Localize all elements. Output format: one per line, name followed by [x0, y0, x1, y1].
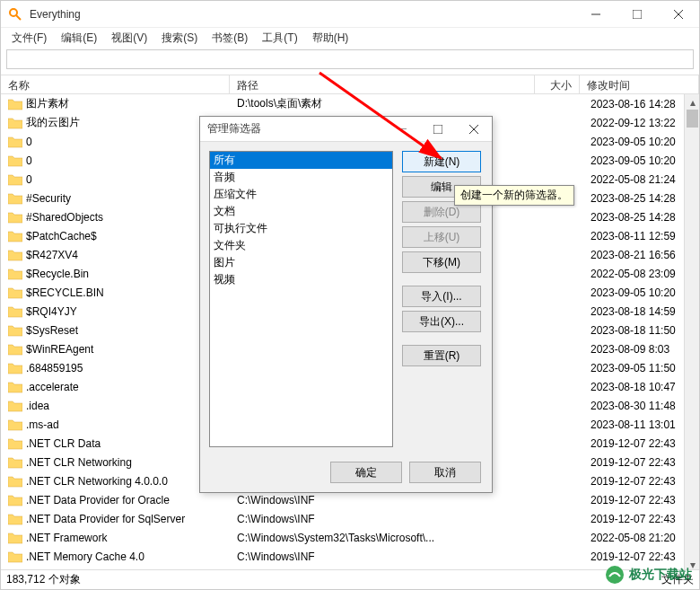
export-button[interactable]: 导出(X)... — [402, 311, 481, 332]
cell-date: 2019-12-07 22:43 — [580, 513, 699, 525]
cell-date: 2022-05-08 23:09 — [580, 268, 699, 280]
watermark-text: 极光下载站 — [629, 567, 692, 583]
search-bar — [6, 49, 694, 71]
reset-button[interactable]: 重置(R) — [402, 345, 481, 366]
cancel-button[interactable]: 取消 — [409, 462, 481, 483]
cell-name: $RECYCLE.BIN — [1, 286, 230, 299]
menu-item-2[interactable]: 视图(V) — [104, 29, 154, 48]
cell-name: 0 — [1, 136, 230, 148]
ok-button[interactable]: 确定 — [330, 462, 402, 483]
status-bar: 183,712 个对象 文件夹 — [1, 569, 699, 589]
cell-path: C:\Windows\INF — [230, 513, 535, 525]
svg-rect-3 — [633, 10, 642, 19]
cell-path: C:\Windows\System32\Tasks\Microsoft\... — [230, 532, 535, 544]
cell-date: 2023-08-25 14:28 — [580, 211, 699, 224]
scroll-up-icon[interactable]: ▴ — [685, 94, 699, 110]
svg-point-11 — [606, 566, 624, 584]
window-title: Everything — [30, 8, 575, 21]
cell-date: 2023-08-16 14:28 — [580, 98, 699, 110]
cell-name: .NET Data Provider for Oracle — [1, 494, 230, 506]
cell-date: 2022-05-08 21:24 — [580, 173, 699, 186]
scrollbar-thumb[interactable] — [687, 110, 698, 128]
new-button[interactable]: 新建(N) — [402, 151, 481, 172]
cell-name: .NET Memory Cache 4.0 — [1, 550, 230, 563]
cell-name: .NET Framework — [1, 532, 230, 544]
column-header-name[interactable]: 名称 — [1, 75, 230, 93]
menu-item-0[interactable]: 文件(F) — [4, 29, 54, 48]
cell-path: D:\tools\桌面\素材 — [230, 96, 535, 111]
vertical-scrollbar[interactable]: ▴ ▾ — [684, 94, 699, 572]
table-row[interactable]: .NET Data Provider for OracleC:\Windows\… — [1, 490, 699, 509]
menu-item-3[interactable]: 搜索(S) — [154, 29, 205, 48]
cell-name: 我的云图片 — [1, 115, 230, 130]
cell-date: 2023-08-25 14:28 — [580, 192, 699, 205]
cell-name: $R427XV4 — [1, 249, 230, 261]
watermark: 极光下载站 — [604, 564, 692, 586]
maximize-button[interactable] — [617, 1, 658, 28]
list-item[interactable]: 文档 — [210, 203, 392, 220]
column-header-path[interactable]: 路径 — [230, 75, 535, 93]
list-item[interactable]: 压缩文件 — [210, 186, 392, 203]
menu-item-5[interactable]: 工具(T) — [255, 29, 304, 48]
cell-date: 2023-08-18 14:59 — [580, 305, 699, 318]
svg-rect-7 — [433, 125, 442, 134]
dialog-minimize-button[interactable] — [384, 117, 420, 142]
app-icon — [8, 7, 22, 22]
list-item[interactable]: 视频 — [210, 271, 392, 288]
cell-date: 2023-08-18 11:50 — [580, 324, 699, 337]
menu-item-4[interactable]: 书签(B) — [205, 29, 255, 48]
cell-date: 2023-09-05 10:20 — [580, 136, 699, 148]
cell-name: #Security — [1, 192, 230, 205]
list-header: 名称 路径 大小 修改时间 — [1, 75, 699, 94]
list-item[interactable]: 图片 — [210, 254, 392, 271]
list-item[interactable]: 音频 — [210, 169, 392, 186]
cell-date: 2019-12-07 22:43 — [580, 437, 699, 450]
column-header-size[interactable]: 大小 — [535, 75, 580, 93]
menu-item-1[interactable]: 编辑(E) — [54, 29, 104, 48]
filter-listbox[interactable]: 所有音频压缩文件文档可执行文件文件夹图片视频 — [209, 151, 393, 447]
menu-item-6[interactable]: 帮助(H) — [305, 29, 356, 48]
dialog-title-bar: 管理筛选器 — [200, 117, 492, 142]
list-item[interactable]: 可执行文件 — [210, 220, 392, 237]
cell-date: 2023-08-09 8:03 — [580, 343, 699, 356]
movedown-button[interactable]: 下移(M) — [402, 251, 481, 273]
table-row[interactable]: .NET Memory Cache 4.0C:\Windows\INF2019-… — [1, 547, 699, 566]
cell-name: .NET CLR Data — [1, 437, 230, 450]
menu-bar: 文件(F)编辑(E)视图(V)搜索(S)书签(B)工具(T)帮助(H) — [1, 28, 699, 48]
table-row[interactable]: .NET Data Provider for SqlServerC:\Windo… — [1, 509, 699, 528]
svg-point-0 — [10, 9, 17, 16]
table-row[interactable]: 图片素材D:\tools\桌面\素材2023-08-16 14:28 — [1, 94, 699, 113]
cell-date: 2023-09-05 11:50 — [580, 362, 699, 374]
svg-line-1 — [16, 15, 21, 20]
search-input[interactable] — [6, 49, 694, 69]
list-item[interactable]: 文件夹 — [210, 237, 392, 254]
cell-date: 2023-09-05 10:20 — [580, 154, 699, 167]
cell-date: 2019-12-07 22:43 — [580, 550, 699, 563]
cell-date: 2023-09-05 10:20 — [580, 286, 699, 299]
cell-path: C:\Windows\INF — [230, 550, 535, 563]
column-header-date[interactable]: 修改时间 — [580, 75, 699, 93]
cell-name: $PatchCache$ — [1, 230, 230, 242]
import-button[interactable]: 导入(I)... — [402, 286, 481, 307]
cell-date: 2023-08-21 16:56 — [580, 249, 699, 261]
manage-filters-dialog: 管理筛选器 所有音频压缩文件文档可执行文件文件夹图片视频 新建(N) 编辑 删除… — [199, 116, 493, 493]
dialog-maximize-button[interactable] — [420, 117, 456, 142]
table-row[interactable]: .NET FrameworkC:\Windows\System32\Tasks\… — [1, 528, 699, 547]
cell-date: 2023-08-11 13:01 — [580, 418, 699, 431]
title-bar: Everything — [1, 1, 699, 28]
moveup-button[interactable]: 上移(U) — [402, 226, 481, 248]
cell-name: 0 — [1, 154, 230, 167]
cell-name: .ms-ad — [1, 418, 230, 431]
cell-date: 2022-05-08 21:20 — [580, 532, 699, 544]
cell-name: .684859195 — [1, 362, 230, 374]
close-button[interactable] — [658, 1, 699, 28]
cell-name: 图片素材 — [1, 96, 230, 111]
minimize-button[interactable] — [575, 1, 617, 28]
cell-path: C:\Windows\INF — [230, 494, 535, 506]
list-item[interactable]: 所有 — [210, 152, 392, 169]
cell-date: 2023-08-11 12:59 — [580, 230, 699, 242]
cell-name: #SharedObjects — [1, 211, 230, 224]
status-object-count: 183,712 个对象 — [6, 572, 81, 587]
dialog-close-button[interactable] — [456, 117, 492, 142]
dialog-title: 管理筛选器 — [200, 121, 384, 136]
